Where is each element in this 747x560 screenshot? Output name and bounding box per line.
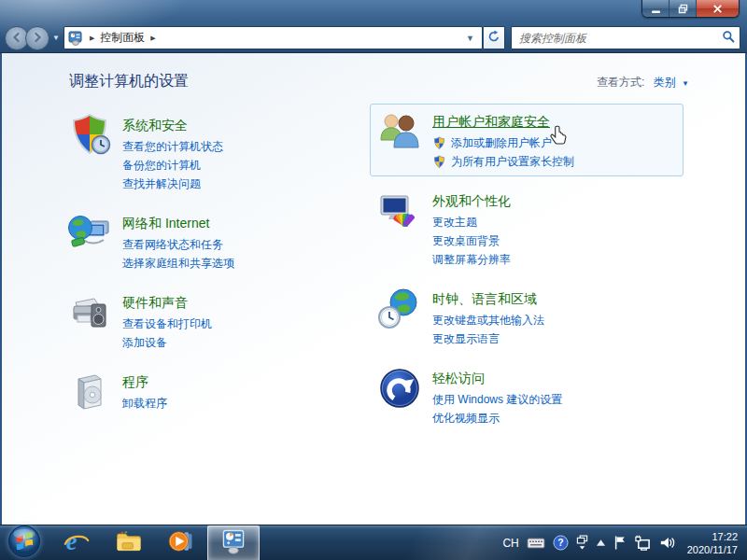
category-task-label: 选择家庭组和共享选项 bbox=[122, 254, 234, 273]
search-box bbox=[511, 26, 740, 49]
category-task-link[interactable]: 优化视频显示 bbox=[432, 409, 562, 427]
network-globe-icon bbox=[67, 211, 112, 256]
category-task-link[interactable]: 更改显示语言 bbox=[432, 329, 544, 348]
category-title-link[interactable]: 程序 bbox=[122, 372, 148, 391]
category-task-label: 使用 Windows 建议的设置 bbox=[432, 390, 562, 409]
category-task-link[interactable]: 查找并解决问题 bbox=[122, 175, 223, 193]
category-task-link[interactable]: 选择家庭组和共享选项 bbox=[122, 254, 234, 273]
category-task-link[interactable]: 备份您的计算机 bbox=[122, 156, 223, 175]
window-controls bbox=[641, 0, 740, 18]
category-title-link[interactable]: 轻松访问 bbox=[432, 369, 485, 387]
recent-pages-dropdown[interactable]: ▼ bbox=[52, 34, 60, 42]
page-title: 调整计算机的设置 bbox=[69, 72, 189, 91]
start-orb-icon bbox=[7, 525, 41, 560]
breadcrumb-arrow-icon[interactable]: ▶ bbox=[84, 35, 100, 42]
category-task-link[interactable]: 更改桌面背景 bbox=[432, 231, 511, 250]
restore-button[interactable] bbox=[669, 0, 697, 18]
start-button[interactable] bbox=[6, 526, 43, 560]
search-icon[interactable] bbox=[722, 30, 735, 47]
language-indicator[interactable]: CH bbox=[502, 537, 518, 550]
printer-sound-icon bbox=[67, 290, 112, 335]
category-task-label: 查看设备和打印机 bbox=[122, 315, 212, 333]
category-item: 外观和个性化更改主题更改桌面背景调整屏幕分辨率 bbox=[370, 183, 684, 274]
ime-panel-icon[interactable] bbox=[576, 535, 588, 551]
refresh-button[interactable] bbox=[484, 26, 505, 49]
category-title-link[interactable]: 用户帐户和家庭安全 bbox=[432, 112, 550, 131]
category-title-link[interactable]: 系统和安全 bbox=[122, 116, 188, 134]
category-item: 轻松访问使用 Windows 建议的设置优化视频显示 bbox=[370, 360, 684, 433]
taskbar-control-panel-active[interactable] bbox=[207, 525, 260, 560]
category-column-left: 系统和安全查看您的计算机状态备份您的计算机查找并解决问题网络和 Internet… bbox=[60, 107, 374, 427]
uac-shield-icon bbox=[432, 155, 446, 169]
explorer-folder-icon bbox=[115, 527, 143, 559]
category-column-right: 用户帐户和家庭安全添加或删除用户帐户为所有用户设置家长控制外观和个性化更改主题更… bbox=[370, 104, 684, 440]
category-item: 程序卸载程序 bbox=[60, 364, 374, 420]
category-task-label: 查看您的计算机状态 bbox=[122, 137, 223, 156]
category-item: 用户帐户和家庭安全添加或删除用户帐户为所有用户设置家长控制 bbox=[370, 104, 684, 176]
category-title-link[interactable]: 时钟、语言和区域 bbox=[432, 289, 537, 308]
clock-date: 2020/11/17 bbox=[687, 543, 738, 556]
action-center-flag-icon[interactable] bbox=[613, 535, 627, 551]
address-bar[interactable]: ▶ 控制面板 ▶ ▼ bbox=[63, 26, 483, 49]
back-icon bbox=[11, 30, 22, 47]
category-title-link[interactable]: 网络和 Internet bbox=[122, 214, 209, 232]
forward-icon bbox=[32, 30, 43, 47]
navigation-bar: ▼ ▶ 控制面板 ▶ ▼ bbox=[0, 22, 747, 53]
category-task-link[interactable]: 查看您的计算机状态 bbox=[122, 137, 223, 156]
page-header: 调整计算机的设置 查看方式: 类别 ▼ bbox=[69, 72, 689, 91]
svg-text:e: e bbox=[66, 528, 78, 555]
forward-button[interactable] bbox=[25, 26, 49, 50]
svg-text:?: ? bbox=[557, 538, 563, 548]
clock-time: 17:22 bbox=[687, 530, 738, 543]
show-hidden-icons-arrow[interactable] bbox=[596, 539, 606, 547]
category-task-link[interactable]: 为所有用户设置家长控制 bbox=[432, 152, 574, 171]
network-icon[interactable] bbox=[634, 535, 652, 551]
keyboard-icon[interactable] bbox=[527, 537, 545, 550]
category-task-label: 更改主题 bbox=[432, 213, 477, 231]
category-title-link[interactable]: 外观和个性化 bbox=[432, 191, 511, 210]
ease-of-access-icon bbox=[377, 366, 422, 411]
category-task-label: 调整屏幕分辨率 bbox=[432, 250, 511, 269]
category-task-link[interactable]: 查看网络状态和任务 bbox=[122, 235, 234, 254]
category-task-link[interactable]: 添加设备 bbox=[122, 333, 212, 352]
view-by-dropdown-icon[interactable]: ▼ bbox=[682, 79, 689, 88]
category-task-link[interactable]: 调整屏幕分辨率 bbox=[432, 250, 511, 269]
category-task-link[interactable]: 更改主题 bbox=[432, 213, 511, 231]
personalization-icon bbox=[377, 189, 422, 233]
taskbar-media-player[interactable] bbox=[155, 525, 207, 560]
address-dropdown-icon[interactable]: ▼ bbox=[460, 34, 480, 43]
category-task-label: 更改键盘或其他输入法 bbox=[432, 311, 544, 329]
category-title-link[interactable]: 硬件和声音 bbox=[122, 293, 188, 312]
minimize-button[interactable] bbox=[642, 0, 669, 18]
category-task-link[interactable]: 使用 Windows 建议的设置 bbox=[432, 390, 562, 409]
taskbar-windows-explorer[interactable] bbox=[103, 525, 155, 560]
volume-icon[interactable] bbox=[659, 536, 676, 550]
media-player-icon bbox=[167, 527, 195, 559]
category-item: 网络和 Internet查看网络状态和任务选择家庭组和共享选项 bbox=[60, 205, 374, 278]
mouse-cursor-hand-icon bbox=[548, 124, 571, 147]
system-tray: CH ? 17:22 2020/11/17 bbox=[502, 530, 747, 556]
category-task-link[interactable]: 卸载程序 bbox=[122, 394, 167, 413]
taskbar-internet-explorer[interactable]: e bbox=[50, 525, 103, 560]
breadcrumb-arrow-icon[interactable]: ▶ bbox=[145, 35, 161, 42]
category-task-link[interactable]: 更改键盘或其他输入法 bbox=[432, 311, 544, 329]
help-icon[interactable]: ? bbox=[553, 535, 569, 551]
category-task-link[interactable]: 查看设备和打印机 bbox=[122, 315, 212, 333]
category-task-label: 更改桌面背景 bbox=[432, 231, 500, 250]
refresh-icon bbox=[487, 30, 500, 47]
category-task-label: 查看网络状态和任务 bbox=[122, 235, 223, 254]
taskbar-clock[interactable]: 17:22 2020/11/17 bbox=[687, 530, 741, 556]
breadcrumb-control-panel[interactable]: 控制面板 bbox=[100, 30, 145, 46]
search-input[interactable] bbox=[519, 32, 722, 45]
view-by-category-link[interactable]: 类别 bbox=[654, 76, 676, 89]
category-item: 硬件和声音查看设备和打印机添加设备 bbox=[60, 285, 374, 357]
control-panel-mini-icon bbox=[68, 30, 84, 46]
view-by: 查看方式: 类别 ▼ bbox=[597, 75, 689, 91]
window-chrome: ▼ ▶ 控制面板 ▶ ▼ bbox=[0, 0, 747, 53]
close-button[interactable] bbox=[697, 0, 739, 18]
internet-explorer-icon: e bbox=[63, 527, 91, 559]
category-task-label: 添加设备 bbox=[122, 333, 167, 352]
category-task-label: 添加或删除用户帐户 bbox=[451, 133, 552, 152]
control-panel-content: 调整计算机的设置 查看方式: 类别 ▼ 系统和安全查看您的计算机状态备份您的计算… bbox=[2, 53, 745, 525]
close-icon bbox=[712, 1, 723, 18]
